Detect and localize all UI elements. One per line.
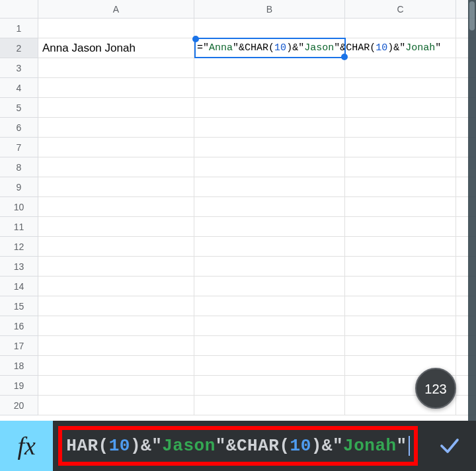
formula-token: "	[397, 436, 407, 456]
row-header[interactable]: 2	[0, 38, 38, 58]
cell[interactable]	[194, 356, 345, 376]
cell[interactable]	[38, 138, 194, 157]
cell[interactable]	[38, 19, 194, 38]
formula-input[interactable]: HAR(10)&"Jason"&CHAR(10)&"Jonah"	[58, 436, 417, 456]
formula-token: &	[141, 436, 151, 456]
numeric-keypad-toggle[interactable]: 123	[415, 368, 456, 409]
spreadsheet-area: A B C 12Anna Jason Jonah3456789101112131…	[0, 0, 476, 421]
cell[interactable]	[38, 78, 194, 98]
row-header[interactable]: 16	[0, 316, 38, 336]
cell[interactable]	[38, 217, 194, 237]
formula-token: Jonah	[405, 42, 435, 54]
row-header[interactable]: 5	[0, 98, 38, 118]
row-header[interactable]: 15	[0, 296, 38, 316]
cell[interactable]	[194, 78, 345, 98]
cell[interactable]	[345, 296, 456, 316]
cell[interactable]	[38, 277, 194, 296]
cell[interactable]	[194, 138, 345, 157]
row-header[interactable]: 10	[0, 197, 38, 217]
column-header-a[interactable]: A	[38, 0, 194, 19]
row-header[interactable]: 18	[0, 356, 38, 376]
row-header[interactable]: 13	[0, 257, 38, 277]
fx-button[interactable]: fx	[0, 421, 53, 471]
vertical-scrollbar-thumb[interactable]	[469, 1, 475, 30]
cell[interactable]	[194, 197, 345, 217]
row-header[interactable]: 1	[0, 19, 38, 38]
formula-bar: fx HAR(10)&"Jason"&CHAR(10)&"Jonah"	[0, 421, 476, 471]
formula-input-wrap: HAR(10)&"Jason"&CHAR(10)&"Jonah"	[53, 421, 422, 471]
cell[interactable]	[38, 376, 194, 396]
cell[interactable]	[38, 58, 194, 78]
row-header[interactable]: 3	[0, 58, 38, 78]
row-header[interactable]: 12	[0, 237, 38, 257]
cell[interactable]	[345, 138, 456, 157]
select-all-corner[interactable]	[0, 0, 38, 19]
column-header-c[interactable]: C	[345, 0, 456, 19]
cell[interactable]	[194, 237, 345, 257]
cell[interactable]	[38, 296, 194, 316]
cell[interactable]	[194, 98, 345, 118]
row-header[interactable]: 8	[0, 157, 38, 177]
cell[interactable]	[345, 197, 456, 217]
grid-row: 19	[0, 376, 476, 396]
row-header[interactable]: 20	[0, 396, 38, 415]
column-header-b[interactable]: B	[194, 0, 345, 19]
cell[interactable]	[194, 257, 345, 277]
cell[interactable]	[345, 277, 456, 296]
cell[interactable]	[345, 19, 456, 38]
confirm-button[interactable]	[423, 421, 476, 471]
cell[interactable]	[345, 336, 456, 356]
cell[interactable]	[194, 376, 345, 396]
cell[interactable]	[345, 58, 456, 78]
cell[interactable]	[345, 217, 456, 237]
formula-token: "	[216, 436, 226, 456]
cell[interactable]	[194, 217, 345, 237]
row-header[interactable]: 19	[0, 376, 38, 396]
cell[interactable]	[194, 277, 345, 296]
cell[interactable]	[194, 58, 345, 78]
row-header[interactable]: 14	[0, 277, 38, 296]
grid-row: 15	[0, 296, 476, 316]
row-header[interactable]: 6	[0, 118, 38, 138]
cell[interactable]	[345, 257, 456, 277]
cell[interactable]	[38, 336, 194, 356]
cell[interactable]	[194, 316, 345, 336]
cell[interactable]	[194, 396, 345, 415]
cell[interactable]	[38, 257, 194, 277]
formula-token: (	[268, 42, 274, 54]
cell[interactable]	[38, 396, 194, 415]
cell[interactable]	[194, 118, 345, 138]
formula-token: CHAR	[237, 436, 279, 456]
row-header[interactable]: 9	[0, 177, 38, 197]
cell[interactable]	[345, 316, 456, 336]
cell[interactable]	[194, 177, 345, 197]
row-header[interactable]: 11	[0, 217, 38, 237]
formula-token: )	[387, 42, 393, 54]
cell[interactable]	[194, 157, 345, 177]
grid-row: 16	[0, 316, 476, 336]
cell[interactable]	[38, 316, 194, 336]
cell[interactable]	[345, 237, 456, 257]
cell[interactable]: Anna Jason Jonah	[38, 38, 194, 58]
row-header[interactable]: 4	[0, 78, 38, 98]
cell[interactable]	[194, 19, 345, 38]
cell[interactable]	[345, 78, 456, 98]
cell[interactable]	[38, 98, 194, 118]
cell[interactable]	[38, 197, 194, 217]
cell[interactable]	[38, 356, 194, 376]
cell[interactable]	[345, 98, 456, 118]
cell[interactable]	[194, 336, 345, 356]
cell[interactable]	[345, 177, 456, 197]
cell[interactable]	[38, 118, 194, 138]
row-header[interactable]: 7	[0, 138, 38, 157]
cell[interactable]	[38, 237, 194, 257]
inline-formula-edit[interactable]: ="Anna"&CHAR(10)&"Jason"&CHAR(10)&"Jonah…	[197, 40, 441, 57]
cell[interactable]	[345, 118, 456, 138]
formula-token: )	[286, 42, 292, 54]
cell[interactable]	[194, 296, 345, 316]
cell[interactable]	[38, 177, 194, 197]
cell[interactable]	[345, 157, 456, 177]
row-header[interactable]: 17	[0, 336, 38, 356]
vertical-scrollbar[interactable]	[468, 0, 476, 421]
cell[interactable]	[38, 157, 194, 177]
